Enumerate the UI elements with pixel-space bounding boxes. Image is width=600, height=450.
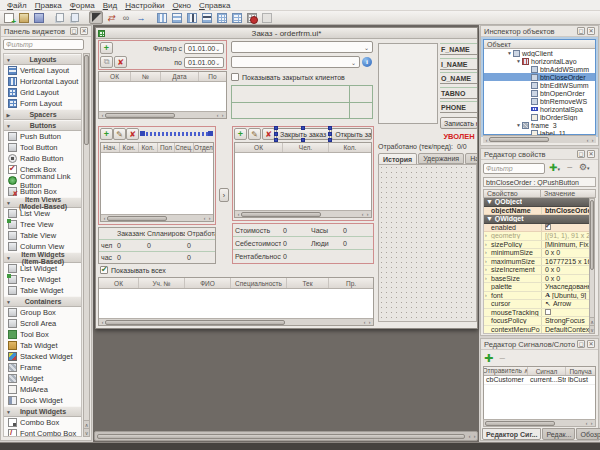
- form-window-titlebar[interactable]: Заказ - orderfrm.ui*: [96, 28, 477, 39]
- expand-button[interactable]: ›: [219, 188, 229, 202]
- widget-item[interactable]: Frame: [4, 362, 81, 373]
- layout-splitter-v-button[interactable]: [200, 11, 214, 24]
- contract-combo[interactable]: ⌄: [231, 56, 360, 68]
- edit-wsummary-button[interactable]: ✎: [113, 128, 126, 140]
- menu-item[interactable]: Настройки: [121, 1, 168, 10]
- widget-item[interactable]: Scroll Area: [4, 318, 81, 329]
- tree-expand-icon[interactable]: ▼: [506, 50, 513, 56]
- selection-handle[interactable]: [328, 132, 332, 136]
- tree-item-frame_3[interactable]: ▼frame_3: [484, 121, 595, 129]
- widget-section-item-widgets-item-based-[interactable]: ▼Item Widgets (Item-Based): [4, 252, 81, 263]
- widget-item[interactable]: Tab Widget: [4, 340, 81, 351]
- edit-order-item-button[interactable]: ✎: [248, 128, 261, 140]
- column-header[interactable]: Чел.: [283, 143, 329, 152]
- widget-section-containers[interactable]: ▼Containers: [4, 296, 81, 307]
- widget-box-scrollbar[interactable]: ∧∨: [83, 53, 90, 437]
- copy-order-button[interactable]: ⧉: [100, 56, 113, 68]
- property-row-contextMenuPo[interactable]: contextMenuPoDefaultContex...: [484, 326, 590, 335]
- property-row-objectName[interactable]: objectNamebtnCloseOrder: [484, 207, 590, 216]
- widget-item[interactable]: Tree Widget: [4, 274, 81, 285]
- property-row-palette[interactable]: paletteУнаследованная: [484, 283, 590, 292]
- object-tree[interactable]: Объект ▼wdgClient▼horizontalLayobtnAddWS…: [483, 39, 596, 135]
- client-field-TABNO[interactable]: TABNO: [440, 87, 477, 99]
- property-row-cursor[interactable]: cursor↖Arrow: [484, 300, 590, 309]
- edit-widgets-button[interactable]: [89, 11, 103, 24]
- filter-to-combo[interactable]: 01.01.00⌄: [184, 57, 224, 68]
- selection-handle[interactable]: [274, 138, 278, 142]
- selection-handle[interactable]: [301, 138, 305, 142]
- configure-icon[interactable]: ⚙▾: [579, 162, 590, 172]
- property-section-QWidget[interactable]: ▼ QWidget: [484, 215, 590, 224]
- close-icon[interactable]: ✕: [587, 27, 595, 35]
- copy-button[interactable]: [53, 11, 67, 24]
- checkbox-icon[interactable]: [545, 309, 551, 315]
- property-column-header[interactable]: Свойство: [484, 190, 541, 197]
- tree-item-wdgClient[interactable]: ▼wdgClient: [484, 49, 595, 57]
- float-icon[interactable]: ◻: [577, 150, 585, 158]
- layout-vertical-button[interactable]: [155, 11, 169, 24]
- tree-item-lbOrderSign[interactable]: lbOrderSign: [484, 113, 595, 121]
- menu-item[interactable]: Вид: [99, 1, 121, 10]
- widget-section-item-views-model-based-[interactable]: ▼Item Views (Model-Based): [4, 197, 81, 208]
- connections-table[interactable]: Отправитель ∧СигналПолуча cbCustomer cur…: [483, 366, 596, 424]
- tab-Редак...[interactable]: Редак...: [542, 428, 575, 440]
- property-row-sizeIncrement[interactable]: sizeIncrement›0 x 0: [484, 266, 590, 275]
- adjust-size-button[interactable]: [260, 11, 274, 24]
- widget-item[interactable]: Grid Layout: [4, 87, 81, 98]
- tab-Редактор Сиг...[interactable]: Редактор Сиг...: [482, 428, 541, 440]
- property-row-focusPolicy[interactable]: focusPolicyStrongFocus: [484, 317, 590, 326]
- filter-from-combo[interactable]: 01.01.00⌄: [184, 43, 224, 54]
- edit-signals-button[interactable]: [104, 11, 118, 24]
- column-header[interactable]: Пол: [158, 143, 175, 152]
- connection-signal[interactable]: current...String): [528, 376, 566, 384]
- horizontal-spacer[interactable]: [142, 132, 211, 136]
- column-header[interactable]: ОК: [235, 143, 283, 152]
- connection-sender[interactable]: cbCustomer: [484, 376, 528, 384]
- selection-handle[interactable]: [274, 132, 278, 136]
- widget-item[interactable]: Widget: [4, 373, 81, 384]
- column-header[interactable]: Тек: [287, 278, 329, 288]
- property-row-minimumSize[interactable]: minimumSize›0 x 0: [484, 249, 590, 258]
- close-icon[interactable]: ✕: [587, 150, 595, 158]
- column-header[interactable]: Кол.: [329, 143, 371, 152]
- tree-item-btnEditWSumm[interactable]: btnEditWSumm: [484, 81, 595, 89]
- show-closed-checkbox[interactable]: Показывать закрытых клиентов: [231, 73, 345, 81]
- property-row-sizePolicy[interactable]: sizePolicy›[Minimum, Fix...: [484, 241, 590, 250]
- mdi-hscrollbar[interactable]: ‹›: [94, 431, 478, 441]
- column-header[interactable]: №: [131, 72, 161, 81]
- show-all-checkbox[interactable]: Показывать всех: [100, 266, 166, 274]
- client-field-PHONE[interactable]: PHONE: [440, 101, 477, 113]
- add-order-button[interactable]: +: [100, 42, 113, 54]
- order-table[interactable]: ОКЧел.Кол. ‹‹›: [234, 142, 372, 218]
- delete-order-button[interactable]: ✘: [114, 56, 127, 68]
- column-header[interactable]: Специальность: [231, 278, 287, 288]
- widget-section-buttons[interactable]: ▼Buttons: [4, 120, 81, 131]
- widget-item[interactable]: Stacked Widget: [4, 351, 81, 362]
- widget-section-layouts[interactable]: ▼Layouts: [4, 54, 81, 65]
- workers-table[interactable]: ОКУч. №ФИОСпециальностьТекПр. ‹‹›: [98, 277, 374, 326]
- remove-property-icon[interactable]: −: [567, 162, 573, 173]
- remove-wsummary-button[interactable]: ✘: [126, 128, 139, 140]
- menu-item[interactable]: Файл: [3, 1, 31, 10]
- tree-item-btnOpenOrder[interactable]: btnOpenOrder: [484, 89, 595, 97]
- property-row-font[interactable]: font›A[Ubuntu, 9]: [484, 292, 590, 301]
- column-header[interactable]: ОК: [99, 72, 131, 81]
- client-field-F_NAME[interactable]: F_NAME: [440, 43, 477, 55]
- column-header[interactable]: ОК: [99, 278, 139, 288]
- open-order-button[interactable]: Открыть заказ: [331, 128, 372, 140]
- tree-expand-icon[interactable]: ▼: [515, 122, 522, 128]
- widget-item[interactable]: Tool Button: [4, 142, 81, 153]
- widget-item[interactable]: MdiArea: [4, 384, 81, 395]
- tab-Обозреват...[interactable]: Обозреват...: [576, 428, 600, 440]
- layout-splitter-h-button[interactable]: [185, 11, 199, 24]
- property-row-enabled[interactable]: enabled: [484, 224, 590, 233]
- selection-handle[interactable]: [328, 126, 332, 130]
- column-header[interactable]: Кол.: [139, 143, 158, 152]
- column-header[interactable]: Спец.: [175, 143, 194, 152]
- layout-form-button[interactable]: [230, 11, 244, 24]
- checkbox-icon[interactable]: [545, 224, 551, 230]
- add-property-icon[interactable]: ✚▾: [549, 162, 560, 173]
- client-field-O_NAME[interactable]: O_NAME: [440, 72, 477, 84]
- tree-item-horizontalLayo[interactable]: ▼horizontalLayo: [484, 57, 595, 65]
- column-header[interactable]: Сигнал: [528, 367, 566, 375]
